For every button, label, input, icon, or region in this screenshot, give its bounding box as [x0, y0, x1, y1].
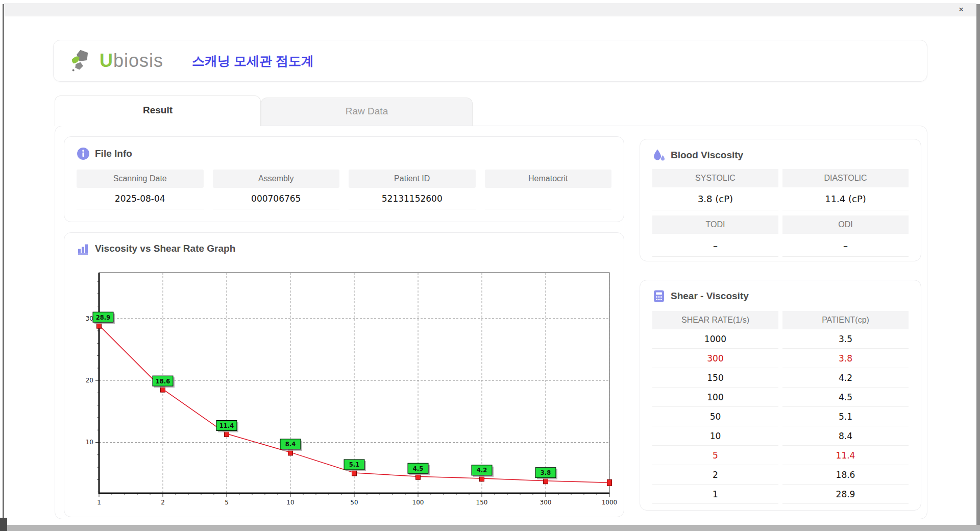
blood-viscosity-title: Blood Viscosity [671, 150, 743, 161]
patient-viscosity-cell: 11.4 [782, 446, 909, 465]
close-icon[interactable]: × [955, 4, 967, 15]
tab-raw-data[interactable]: Raw Data [261, 98, 473, 126]
field-assembly: Assembly 000706765 [213, 170, 340, 209]
svg-text:1000: 1000 [602, 499, 618, 506]
patient-viscosity-cell: 3.5 [782, 329, 909, 349]
svg-text:11.4: 11.4 [219, 422, 234, 429]
svg-text:28.9: 28.9 [96, 314, 110, 321]
todi-label: TODI [652, 215, 778, 234]
field-value: 52131152600 [349, 188, 476, 209]
graph-title: Viscosity vs Shear Rate Graph [95, 243, 235, 254]
field-value: 000706765 [213, 188, 340, 209]
patient-viscosity-cell: 8.4 [782, 426, 909, 446]
odi-value: – [782, 234, 909, 257]
svg-text:10: 10 [286, 499, 294, 506]
window-corner [0, 518, 7, 531]
file-info-card: File Info Scanning Date 2025-08-04 Assem… [64, 136, 624, 222]
field-scanning-date: Scanning Date 2025-08-04 [77, 170, 204, 209]
blood-viscosity-card: Blood Viscosity SYSTOLIC DIASTOLIC 3.8 (… [640, 139, 921, 261]
column-header-shear-rate: SHEAR RATE(1/s) [652, 311, 778, 329]
viscosity-shear-chart: 1020301251050100150300100028.918.611.48.… [77, 262, 618, 514]
shear-rate-cell: 1000 [652, 329, 778, 349]
svg-text:8.4: 8.4 [285, 441, 296, 448]
info-icon [77, 147, 90, 160]
svg-text:150: 150 [476, 499, 488, 506]
odi-label: ODI [782, 215, 909, 234]
patient-viscosity-cell: 4.2 [782, 368, 909, 388]
shear-rate-cell: 50 [652, 407, 778, 426]
svg-text:20: 20 [86, 377, 93, 384]
shear-viscosity-table: SHEAR RATE(1/s) PATIENT(cp) 10003.53003.… [652, 311, 909, 504]
logo-wordmark: Ubiosis [100, 50, 163, 71]
water-drops-icon [652, 149, 666, 162]
bar-chart-icon [77, 242, 90, 255]
svg-text:50: 50 [350, 499, 358, 506]
field-hematocrit: Hematocrit [485, 170, 612, 209]
todi-value: – [652, 234, 778, 257]
page-title: 스캐닝 모세관 점도계 [192, 53, 314, 69]
window-edge-right [976, 4, 980, 525]
field-patient-id: Patient ID 52131152600 [349, 170, 476, 209]
svg-text:1: 1 [97, 499, 101, 506]
calculator-icon [652, 289, 666, 303]
shear-rate-cell: 1 [652, 485, 778, 504]
patient-viscosity-cell: 4.5 [782, 388, 909, 407]
field-label: Patient ID [349, 170, 476, 188]
diastolic-label: DIASTOLIC [782, 169, 909, 187]
patient-viscosity-cell: 28.9 [782, 485, 909, 504]
shear-viscosity-card: Shear - Viscosity SHEAR RATE(1/s) PATIEN… [640, 280, 921, 511]
shear-rate-cell: 2 [652, 465, 778, 485]
column-header-patient: PATIENT(cp) [782, 311, 909, 329]
field-label: Hematocrit [485, 170, 612, 188]
shear-rate-cell: 100 [652, 388, 778, 407]
patient-viscosity-cell: 3.8 [782, 349, 909, 368]
field-value: 2025-08-04 [77, 188, 204, 209]
field-value [485, 188, 612, 209]
ubiosis-logo-icon [70, 49, 96, 73]
svg-text:18.6: 18.6 [156, 378, 170, 385]
systolic-label: SYSTOLIC [652, 169, 778, 187]
svg-text:5: 5 [225, 499, 229, 506]
brand-logo: Ubiosis [70, 49, 163, 73]
patient-viscosity-cell: 5.1 [782, 407, 909, 426]
diastolic-value: 11.4 (cP) [782, 187, 909, 210]
shear-rate-cell: 5 [652, 446, 778, 465]
shear-viscosity-title: Shear - Viscosity [671, 291, 749, 302]
svg-text:10: 10 [86, 439, 93, 446]
svg-text:4.5: 4.5 [413, 465, 423, 472]
svg-text:5.1: 5.1 [349, 461, 359, 468]
svg-text:300: 300 [540, 499, 552, 506]
logo-letter-u: U [100, 50, 113, 71]
svg-text:2: 2 [161, 499, 165, 506]
field-label: Assembly [213, 170, 340, 188]
svg-text:30: 30 [86, 315, 93, 322]
shear-rate-cell: 300 [652, 349, 778, 368]
window-edge-left [3, 4, 4, 525]
svg-text:100: 100 [412, 499, 424, 506]
svg-text:3.8: 3.8 [541, 469, 551, 476]
logo-word-rest: biosis [113, 50, 163, 71]
field-label: Scanning Date [77, 170, 204, 188]
app-header: Ubiosis 스캐닝 모세관 점도계 [53, 40, 927, 82]
window-titlebar: × [4, 3, 976, 16]
window-edge-bottom [0, 525, 980, 531]
patient-viscosity-cell: 18.6 [782, 465, 909, 485]
viscosity-graph-card: Viscosity vs Shear Rate Graph 1020301251… [64, 232, 624, 517]
svg-text:4.2: 4.2 [477, 467, 487, 474]
systolic-value: 3.8 (cP) [652, 187, 778, 210]
shear-rate-cell: 150 [652, 368, 778, 388]
file-info-title: File Info [95, 148, 132, 159]
tab-result[interactable]: Result [55, 95, 261, 126]
shear-rate-cell: 10 [652, 426, 778, 446]
